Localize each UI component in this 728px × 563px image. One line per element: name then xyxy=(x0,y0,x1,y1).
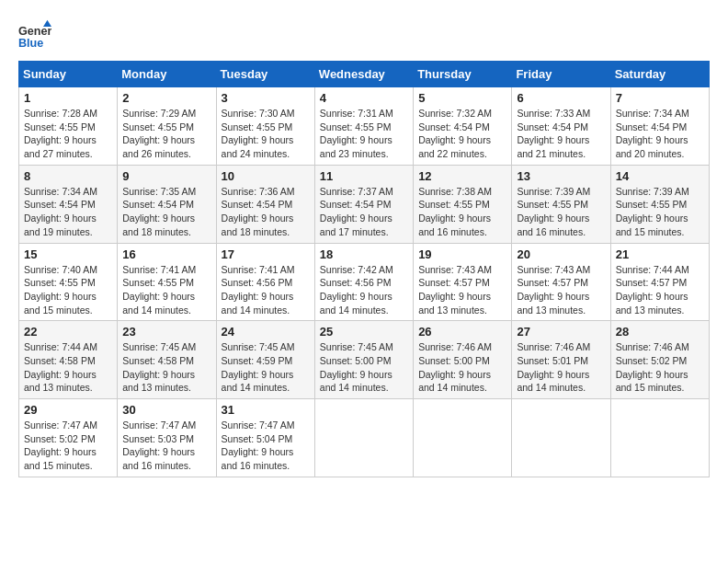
week-row-4: 22 Sunrise: 7:44 AMSunset: 4:58 PMDaylig… xyxy=(19,321,710,399)
week-row-2: 8 Sunrise: 7:34 AMSunset: 4:54 PMDayligh… xyxy=(19,165,710,243)
calendar-body: 1 Sunrise: 7:28 AMSunset: 4:55 PMDayligh… xyxy=(19,87,710,477)
day-number: 3 xyxy=(222,91,310,105)
day-number: 7 xyxy=(616,91,704,105)
day-info: Sunrise: 7:45 AMSunset: 5:00 PMDaylight:… xyxy=(320,340,408,395)
day-info: Sunrise: 7:33 AMSunset: 4:54 PMDaylight:… xyxy=(517,107,605,161)
calendar-cell xyxy=(314,399,413,477)
day-info: Sunrise: 7:36 AMSunset: 4:54 PMDaylight:… xyxy=(222,185,310,239)
day-info: Sunrise: 7:31 AMSunset: 4:55 PMDaylight:… xyxy=(320,107,408,161)
day-number: 11 xyxy=(320,169,408,183)
day-number: 29 xyxy=(24,403,112,417)
day-info: Sunrise: 7:38 AMSunset: 4:55 PMDaylight:… xyxy=(418,185,506,239)
week-row-5: 29 Sunrise: 7:47 AMSunset: 5:02 PMDaylig… xyxy=(19,399,710,477)
day-number: 1 xyxy=(24,91,112,105)
svg-text:Blue: Blue xyxy=(18,37,43,50)
day-number: 17 xyxy=(222,247,310,261)
day-number: 25 xyxy=(320,325,408,339)
weekday-sunday: Sunday xyxy=(19,62,118,87)
day-info: Sunrise: 7:46 AMSunset: 5:00 PMDaylight:… xyxy=(418,340,506,395)
day-number: 13 xyxy=(517,169,605,183)
day-info: Sunrise: 7:42 AMSunset: 4:56 PMDaylight:… xyxy=(320,263,408,317)
weekday-header-row: SundayMondayTuesdayWednesdayThursdayFrid… xyxy=(19,62,710,87)
day-info: Sunrise: 7:39 AMSunset: 4:55 PMDaylight:… xyxy=(517,185,605,239)
calendar-cell: 25 Sunrise: 7:45 AMSunset: 5:00 PMDaylig… xyxy=(314,321,413,399)
day-info: Sunrise: 7:29 AMSunset: 4:55 PMDaylight:… xyxy=(122,107,210,161)
calendar-cell: 27 Sunrise: 7:46 AMSunset: 5:01 PMDaylig… xyxy=(512,321,610,399)
day-info: Sunrise: 7:34 AMSunset: 4:54 PMDaylight:… xyxy=(24,185,112,239)
calendar-cell: 16 Sunrise: 7:41 AMSunset: 4:55 PMDaylig… xyxy=(118,243,216,321)
day-number: 27 xyxy=(517,325,605,339)
calendar-cell: 26 Sunrise: 7:46 AMSunset: 5:00 PMDaylig… xyxy=(414,321,512,399)
day-info: Sunrise: 7:46 AMSunset: 5:02 PMDaylight:… xyxy=(616,340,704,395)
calendar-cell: 9 Sunrise: 7:35 AMSunset: 4:54 PMDayligh… xyxy=(118,165,216,243)
calendar-cell: 15 Sunrise: 7:40 AMSunset: 4:55 PMDaylig… xyxy=(19,243,118,321)
day-number: 23 xyxy=(122,325,210,339)
day-info: Sunrise: 7:43 AMSunset: 4:57 PMDaylight:… xyxy=(418,263,506,317)
day-number: 5 xyxy=(418,91,506,105)
svg-marker-2 xyxy=(43,20,51,27)
day-info: Sunrise: 7:40 AMSunset: 4:55 PMDaylight:… xyxy=(24,263,112,317)
calendar-cell: 29 Sunrise: 7:47 AMSunset: 5:02 PMDaylig… xyxy=(19,399,118,477)
logo-icon: General Blue xyxy=(18,18,51,52)
calendar-cell: 30 Sunrise: 7:47 AMSunset: 5:03 PMDaylig… xyxy=(118,399,216,477)
calendar-cell: 14 Sunrise: 7:39 AMSunset: 4:55 PMDaylig… xyxy=(610,165,709,243)
weekday-wednesday: Wednesday xyxy=(314,62,413,87)
calendar-cell: 12 Sunrise: 7:38 AMSunset: 4:55 PMDaylig… xyxy=(414,165,512,243)
week-row-3: 15 Sunrise: 7:40 AMSunset: 4:55 PMDaylig… xyxy=(19,243,710,321)
calendar-cell: 13 Sunrise: 7:39 AMSunset: 4:55 PMDaylig… xyxy=(512,165,610,243)
week-row-1: 1 Sunrise: 7:28 AMSunset: 4:55 PMDayligh… xyxy=(19,87,710,166)
day-info: Sunrise: 7:47 AMSunset: 5:03 PMDaylight:… xyxy=(122,419,210,473)
day-number: 20 xyxy=(517,247,605,261)
day-number: 28 xyxy=(616,325,704,339)
day-number: 15 xyxy=(24,247,112,261)
calendar-cell: 28 Sunrise: 7:46 AMSunset: 5:02 PMDaylig… xyxy=(610,321,709,399)
calendar-cell: 6 Sunrise: 7:33 AMSunset: 4:54 PMDayligh… xyxy=(512,87,610,166)
day-info: Sunrise: 7:46 AMSunset: 5:01 PMDaylight:… xyxy=(517,340,605,395)
weekday-thursday: Thursday xyxy=(414,62,512,87)
page-header: General Blue xyxy=(18,18,710,52)
day-info: Sunrise: 7:32 AMSunset: 4:54 PMDaylight:… xyxy=(418,107,506,161)
day-number: 2 xyxy=(122,91,210,105)
day-info: Sunrise: 7:44 AMSunset: 4:58 PMDaylight:… xyxy=(24,340,112,395)
calendar-cell: 18 Sunrise: 7:42 AMSunset: 4:56 PMDaylig… xyxy=(314,243,413,321)
day-number: 31 xyxy=(222,403,310,417)
calendar-cell: 11 Sunrise: 7:37 AMSunset: 4:54 PMDaylig… xyxy=(314,165,413,243)
logo: General Blue xyxy=(18,18,51,52)
calendar-cell: 24 Sunrise: 7:45 AMSunset: 4:59 PMDaylig… xyxy=(216,321,314,399)
calendar-cell: 20 Sunrise: 7:43 AMSunset: 4:57 PMDaylig… xyxy=(512,243,610,321)
day-number: 21 xyxy=(616,247,704,261)
calendar-cell: 17 Sunrise: 7:41 AMSunset: 4:56 PMDaylig… xyxy=(216,243,314,321)
day-number: 10 xyxy=(222,169,310,183)
calendar-table: SundayMondayTuesdayWednesdayThursdayFrid… xyxy=(18,61,710,477)
day-info: Sunrise: 7:37 AMSunset: 4:54 PMDaylight:… xyxy=(320,185,408,239)
day-number: 30 xyxy=(122,403,210,417)
calendar-cell: 19 Sunrise: 7:43 AMSunset: 4:57 PMDaylig… xyxy=(414,243,512,321)
day-number: 22 xyxy=(24,325,112,339)
day-number: 6 xyxy=(517,91,605,105)
calendar-cell xyxy=(610,399,709,477)
day-info: Sunrise: 7:28 AMSunset: 4:55 PMDaylight:… xyxy=(24,107,112,161)
day-number: 26 xyxy=(418,325,506,339)
day-number: 16 xyxy=(122,247,210,261)
calendar-cell: 1 Sunrise: 7:28 AMSunset: 4:55 PMDayligh… xyxy=(19,87,118,166)
calendar-cell xyxy=(414,399,512,477)
weekday-saturday: Saturday xyxy=(610,62,709,87)
day-info: Sunrise: 7:47 AMSunset: 5:02 PMDaylight:… xyxy=(24,419,112,473)
calendar-cell: 22 Sunrise: 7:44 AMSunset: 4:58 PMDaylig… xyxy=(19,321,118,399)
day-number: 12 xyxy=(418,169,506,183)
calendar-cell: 10 Sunrise: 7:36 AMSunset: 4:54 PMDaylig… xyxy=(216,165,314,243)
calendar-cell: 4 Sunrise: 7:31 AMSunset: 4:55 PMDayligh… xyxy=(314,87,413,166)
day-number: 19 xyxy=(418,247,506,261)
day-info: Sunrise: 7:35 AMSunset: 4:54 PMDaylight:… xyxy=(122,185,210,239)
calendar-cell: 2 Sunrise: 7:29 AMSunset: 4:55 PMDayligh… xyxy=(118,87,216,166)
day-info: Sunrise: 7:30 AMSunset: 4:55 PMDaylight:… xyxy=(222,107,310,161)
calendar-cell: 31 Sunrise: 7:47 AMSunset: 5:04 PMDaylig… xyxy=(216,399,314,477)
calendar-cell: 23 Sunrise: 7:45 AMSunset: 4:58 PMDaylig… xyxy=(118,321,216,399)
day-info: Sunrise: 7:44 AMSunset: 4:57 PMDaylight:… xyxy=(616,263,704,317)
day-info: Sunrise: 7:34 AMSunset: 4:54 PMDaylight:… xyxy=(616,107,704,161)
weekday-monday: Monday xyxy=(118,62,216,87)
day-number: 18 xyxy=(320,247,408,261)
calendar-cell: 5 Sunrise: 7:32 AMSunset: 4:54 PMDayligh… xyxy=(414,87,512,166)
day-info: Sunrise: 7:45 AMSunset: 4:59 PMDaylight:… xyxy=(222,340,310,395)
day-info: Sunrise: 7:41 AMSunset: 4:56 PMDaylight:… xyxy=(222,263,310,317)
